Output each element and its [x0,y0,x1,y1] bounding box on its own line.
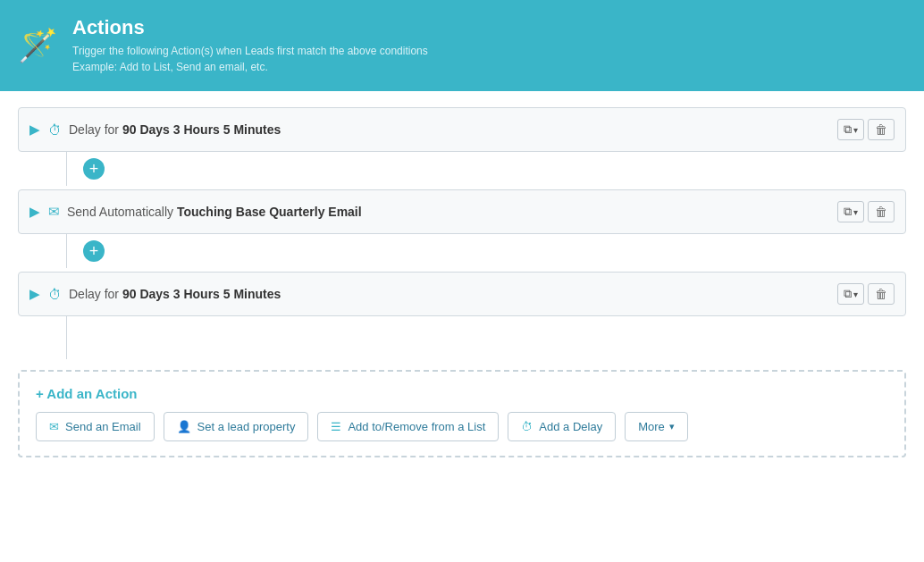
copy-button-2[interactable]: ⧉ ▾ [837,201,864,222]
action-row-3: ▶ ⏱ Delay for 90 Days 3 Hours 5 Minutes … [18,272,906,316]
copy-button-3[interactable]: ⧉ ▾ [837,283,864,305]
delay-icon-1: ⏱ [48,122,62,138]
action-row-2: ▶ ✉ Send Automatically Touching Base Qua… [18,189,906,234]
copy-icon-1: ⧉ [844,122,852,137]
copy-dropdown-icon-1: ▾ [853,125,858,135]
copy-dropdown-icon-3: ▾ [853,289,858,299]
add-delay-button[interactable]: ⏱ Add a Delay [508,412,616,441]
action-label-2: Send Automatically Touching Base Quarter… [67,205,837,219]
action-block-1: ▶ ⏱ Delay for 90 Days 3 Hours 5 Minutes … [18,107,906,186]
chevron-right-icon-1[interactable]: ▶ [29,122,39,137]
copy-icon-3: ⧉ [844,287,852,301]
actions-header: 🪄 Actions Trigger the following Action(s… [0,0,924,91]
action-controls-3: ⧉ ▾ 🗑 [837,283,895,305]
add-action-section: + Add an Action ✉ Send an Email 👤 Set a … [18,370,906,457]
wand-icon: 🪄 [18,29,58,62]
send-email-button[interactable]: ✉ Send an Email [36,412,155,441]
main-content: ▶ ⏱ Delay for 90 Days 3 Hours 5 Minutes … [0,91,924,474]
action-block-3: ▶ ⏱ Delay for 90 Days 3 Hours 5 Minutes … [18,272,906,359]
trash-icon-2: 🗑 [875,205,887,219]
actions-list: ▶ ⏱ Delay for 90 Days 3 Hours 5 Minutes … [18,107,906,359]
copy-icon-2: ⧉ [844,205,852,219]
action-controls-1: ⧉ ▾ 🗑 [837,119,895,140]
action-label-3: Delay for 90 Days 3 Hours 5 Minutes [69,287,837,301]
action-row-1: ▶ ⏱ Delay for 90 Days 3 Hours 5 Minutes … [18,107,906,152]
add-action-title: + Add an Action [36,386,888,401]
delete-button-3[interactable]: 🗑 [868,283,895,305]
chevron-right-icon-2[interactable]: ▶ [29,205,39,219]
email-icon-2: ✉ [48,204,60,220]
delete-button-1[interactable]: 🗑 [868,119,895,140]
person-btn-icon: 👤 [177,420,191,433]
set-lead-property-button[interactable]: 👤 Set a lead property [164,412,309,441]
add-action-btn-2[interactable]: + [83,240,105,262]
delay-icon-3: ⏱ [48,287,62,302]
page-container: 🪄 Actions Trigger the following Action(s… [0,0,924,562]
header-text: Actions Trigger the following Action(s) … [72,16,428,75]
add-remove-list-button[interactable]: ☰ Add to/Remove from a List [317,412,499,441]
add-action-btn-1[interactable]: + [83,158,105,180]
action-controls-2: ⧉ ▾ 🗑 [837,201,895,222]
action-block-2: ▶ ✉ Send Automatically Touching Base Qua… [18,189,906,268]
copy-button-1[interactable]: ⧉ ▾ [837,119,864,140]
copy-dropdown-icon-2: ▾ [853,207,858,217]
chevron-right-icon-3[interactable]: ▶ [29,287,39,301]
action-label-1: Delay for 90 Days 3 Hours 5 Minutes [69,122,837,137]
list-btn-icon: ☰ [331,420,341,433]
more-dropdown-icon: ▾ [669,421,675,432]
more-button[interactable]: More ▾ [625,412,688,441]
delete-button-2[interactable]: 🗑 [868,201,895,222]
header-subtitle: Trigger the following Action(s) when Lea… [72,43,428,75]
add-action-buttons: ✉ Send an Email 👤 Set a lead property ☰ … [36,412,888,441]
header-title: Actions [72,16,428,39]
trash-icon-1: 🗑 [875,122,887,137]
delay-btn-icon: ⏱ [521,420,533,433]
email-btn-icon: ✉ [49,420,59,433]
trash-icon-3: 🗑 [875,287,887,301]
